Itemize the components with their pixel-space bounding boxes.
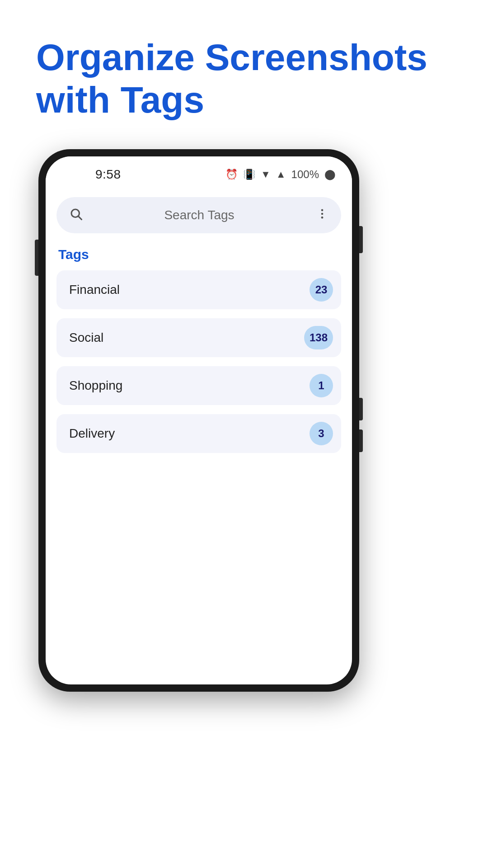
tag-count-badge: 138 [304, 326, 333, 349]
tag-item[interactable]: Social138 [56, 318, 341, 357]
svg-line-1 [79, 216, 82, 219]
status-time: 9:58 [95, 167, 121, 182]
volume-button [35, 240, 38, 276]
search-placeholder: Search Tags [90, 208, 309, 222]
svg-point-3 [321, 212, 324, 215]
tag-count-badge: 3 [310, 422, 333, 445]
status-icons: ⏰ 📳 ▼ ▲ 100% ⬤ [225, 168, 336, 181]
alarm-icon: ⏰ [225, 169, 238, 180]
vibrate-icon: 📳 [243, 169, 255, 180]
battery-icon: ⬤ [324, 169, 336, 180]
phone-frame: 9:58 ⏰ 📳 ▼ ▲ 100% ⬤ [38, 149, 359, 692]
tag-name: Shopping [69, 378, 122, 393]
svg-point-4 [321, 216, 324, 218]
tag-item[interactable]: Financial23 [56, 270, 341, 309]
tags-list: Financial23Social138Shopping1Delivery3 [56, 270, 341, 453]
side-button-2 [359, 398, 363, 420]
battery-percentage: 100% [291, 168, 319, 181]
search-icon [69, 207, 83, 224]
tags-section: Tags Financial23Social138Shopping1Delive… [56, 242, 341, 453]
search-bar[interactable]: Search Tags [56, 197, 341, 233]
status-bar: 9:58 ⏰ 📳 ▼ ▲ 100% ⬤ [46, 156, 352, 193]
wifi-icon: ▼ [261, 169, 271, 180]
headline-text: Organize Screenshots with Tags [36, 36, 452, 122]
app-content: Search Tags Tags Financial23Social138Sho… [46, 197, 352, 453]
tags-label: Tags [56, 247, 341, 262]
phone-screen: 9:58 ⏰ 📳 ▼ ▲ 100% ⬤ [46, 156, 352, 684]
power-button [359, 226, 363, 253]
tag-count-badge: 23 [310, 278, 333, 302]
page-wrapper: Organize Screenshots with Tags 9:58 ⏰ 📳 [0, 0, 488, 868]
side-button-3 [359, 429, 363, 452]
tag-count-badge: 1 [310, 374, 333, 397]
tag-item[interactable]: Shopping1 [56, 366, 341, 405]
signal-icon: ▲ [276, 169, 286, 180]
tag-name: Delivery [69, 426, 115, 441]
tag-name: Social [69, 330, 103, 345]
svg-point-2 [321, 209, 324, 211]
more-options-icon[interactable] [316, 208, 328, 223]
headline-section: Organize Screenshots with Tags [36, 36, 452, 122]
tag-item[interactable]: Delivery3 [56, 414, 341, 453]
tag-name: Financial [69, 283, 120, 297]
